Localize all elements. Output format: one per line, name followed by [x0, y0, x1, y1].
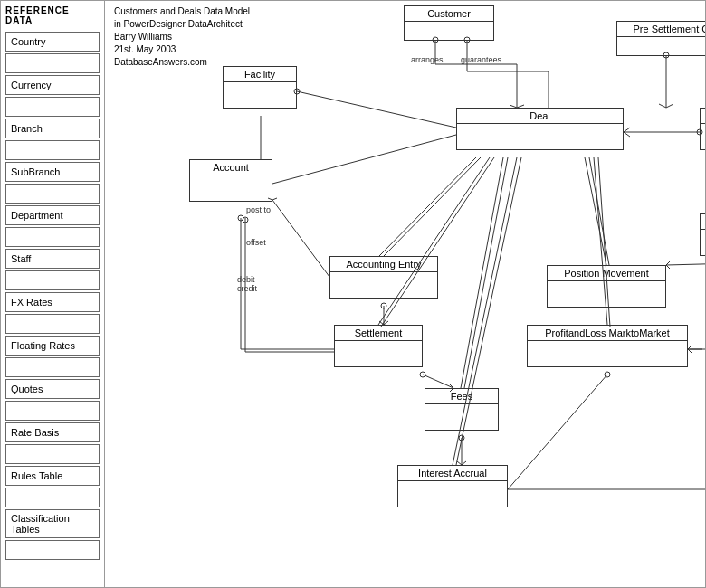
svg-line-45 [666, 263, 706, 265]
entity-pre-settlement[interactable]: Pre Settlement Cashflow [616, 21, 706, 56]
svg-point-32 [243, 217, 248, 223]
sidebar-item-subbranch[interactable]: SubBranch [5, 162, 100, 182]
svg-point-59 [420, 372, 425, 377]
sidebar-item-classification[interactable]: Classification Tables [5, 509, 100, 538]
svg-point-31 [238, 215, 243, 221]
label-debit: debit [237, 275, 255, 284]
svg-line-33 [384, 157, 481, 256]
entity-customer[interactable]: Customer [404, 5, 494, 41]
sidebar-item-currency[interactable]: Currency [5, 75, 100, 95]
sidebar-title: REFERENCE DATA [5, 5, 100, 25]
sidebar-item-branch[interactable]: Branch [5, 119, 100, 138]
svg-line-53 [688, 349, 692, 353]
sidebar-item-rate-basis-box [5, 444, 100, 464]
svg-line-19 [624, 132, 630, 137]
sidebar-item-quotes[interactable]: Quotes [5, 379, 100, 399]
svg-line-24 [272, 200, 329, 277]
svg-point-55 [381, 303, 386, 308]
label-post-to: post to [246, 205, 271, 214]
svg-line-44 [589, 157, 609, 265]
svg-point-63 [459, 435, 464, 441]
svg-line-23 [272, 135, 456, 184]
sidebar-item-staff-box [5, 270, 100, 290]
svg-line-12 [659, 104, 666, 108]
sidebar-item-rules-table-box [5, 488, 100, 507]
svg-line-36 [381, 157, 494, 327]
entity-position-movement[interactable]: Position Movement [547, 265, 666, 308]
sidebar-item-branch-box [5, 140, 100, 160]
entity-settlement[interactable]: Settlement [334, 325, 423, 367]
svg-line-14 [297, 91, 456, 128]
label-offset: offset [246, 238, 266, 247]
entity-account[interactable]: Account [189, 159, 272, 202]
sidebar-item-department-box [5, 227, 100, 247]
svg-line-43 [585, 157, 606, 265]
main-container: REFERENCE DATA Country Currency Branch S… [1, 1, 706, 588]
entity-position[interactable]: Position [700, 213, 706, 256]
svg-line-66 [508, 375, 607, 489]
sidebar-item-fxrates-box [5, 314, 100, 334]
sidebar: REFERENCE DATA Country Currency Branch S… [1, 1, 105, 588]
entity-pnl[interactable]: ProfitandLoss MarktoMarket [527, 325, 688, 367]
sidebar-item-fxrates[interactable]: FX Rates [5, 292, 100, 312]
svg-line-35 [378, 157, 490, 325]
svg-line-58 [423, 375, 453, 388]
entity-accounting-entry[interactable]: Accounting Entry [329, 256, 438, 299]
sidebar-item-department[interactable]: Department [5, 205, 100, 225]
sidebar-item-country-box [5, 53, 100, 73]
entity-product[interactable]: Product [700, 108, 706, 150]
sidebar-item-country[interactable]: Country [5, 32, 100, 52]
entity-interest-accrual[interactable]: Interest Accrual [397, 465, 508, 507]
svg-line-52 [688, 346, 692, 349]
svg-line-26 [272, 198, 277, 200]
svg-line-38 [464, 157, 508, 388]
svg-line-47 [666, 261, 670, 265]
diagram-area: Customers and Deals Data Model in PowerD… [105, 1, 706, 588]
sidebar-item-rate-basis[interactable]: Rate Basis [5, 422, 100, 442]
svg-point-67 [605, 372, 610, 377]
label-arranges: arranges [411, 55, 444, 64]
label-credit: credit [237, 284, 257, 293]
sidebar-item-classification-box [5, 540, 100, 560]
sidebar-item-rules-table[interactable]: Rules Table [5, 466, 100, 486]
label-guarantees: guarantees [461, 55, 501, 64]
svg-line-37 [461, 157, 503, 388]
svg-line-13 [666, 104, 673, 108]
sidebar-item-quotes-box [5, 401, 100, 421]
svg-line-34 [379, 157, 476, 256]
sidebar-item-floating-rates-box [5, 357, 100, 377]
entity-deal[interactable]: Deal [456, 108, 624, 150]
sidebar-item-staff[interactable]: Staff [5, 249, 100, 269]
sidebar-item-floating-rates[interactable]: Floating Rates [5, 336, 100, 356]
sidebar-item-currency-box [5, 97, 100, 117]
sidebar-item-subbranch-box [5, 184, 100, 204]
entity-fees[interactable]: Fees [425, 388, 499, 431]
entity-facility[interactable]: Facility [223, 66, 297, 109]
svg-line-48 [666, 265, 670, 269]
svg-line-18 [624, 128, 630, 132]
header-text: Customers and Deals Data Model in PowerD… [114, 5, 250, 69]
